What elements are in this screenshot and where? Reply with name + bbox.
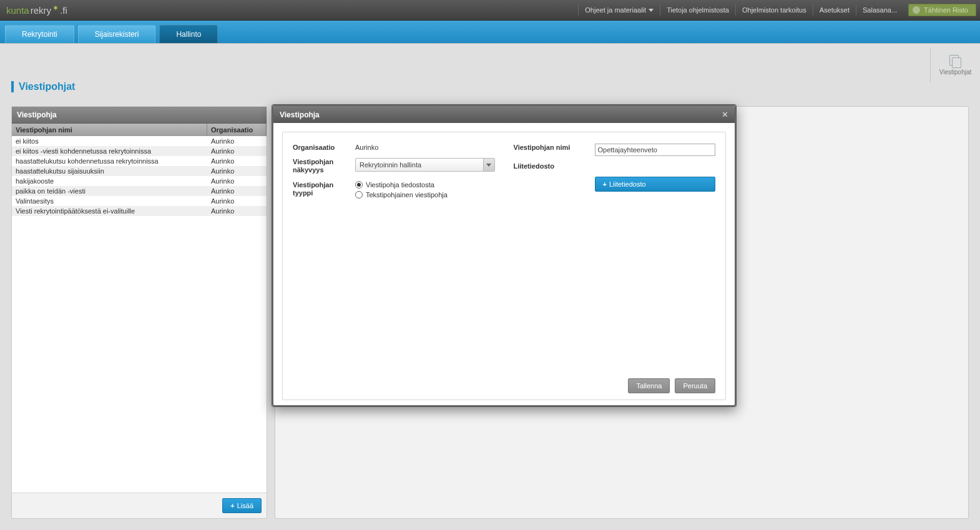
- radio-icon: [355, 181, 363, 189]
- radio-tiedostosta[interactable]: Viestipohja tiedostosta: [355, 181, 495, 189]
- modal-inner: Organisaatio Aurinko Viestipohjan näkyvy…: [282, 132, 726, 400]
- table-row[interactable]: haastattelukutsu sijaisuuksiinAurinko: [12, 166, 267, 176]
- top-links: Ohjeet ja materiaalit Tietoja ohjelmisto…: [578, 4, 903, 16]
- cell-name: haastattelukutsu kohdennetussa rekrytoin…: [12, 156, 207, 166]
- cell-org: Aurinko: [207, 146, 267, 156]
- tab-sijaisrekisteri[interactable]: Sijaisrekisteri: [78, 25, 156, 43]
- top-bar: kuntarekry✶.fi Ohjeet ja materiaalit Tie…: [0, 0, 980, 21]
- user-name: Tähtinen Risto: [924, 6, 968, 14]
- input-nimi[interactable]: [595, 144, 716, 156]
- cell-org: Aurinko: [207, 206, 267, 216]
- plus-icon: +: [230, 502, 234, 509]
- plus-icon: +: [603, 180, 607, 188]
- panel-footer: +Lisää: [12, 493, 267, 518]
- label-liitetiedosto: Liitetiedosto: [514, 162, 595, 170]
- cancel-button[interactable]: Peruuta: [675, 378, 715, 393]
- modal-body: Organisaatio Aurinko Viestipohjan näkyvy…: [273, 123, 735, 405]
- add-button-label: Lisää: [237, 502, 253, 509]
- grid-header: Viestipohjan nimi Organisaatio: [12, 124, 267, 136]
- cell-name: ei kiitos -viesti kohdennetussa rekrytoi…: [12, 146, 207, 156]
- cell-org: Aurinko: [207, 166, 267, 176]
- select-nakyvyys[interactable]: Rekrytoinnin hallinta: [355, 158, 495, 172]
- radio-icon: [355, 191, 363, 199]
- cell-org: Aurinko: [207, 136, 267, 146]
- logo-text-2: rekry: [31, 5, 51, 16]
- modal-header: Viestipohja ✕: [273, 106, 735, 123]
- templates-grid: Viestipohjan nimi Organisaatio ei kiitos…: [12, 124, 267, 493]
- tab-rekrytointi[interactable]: Rekrytointi: [5, 25, 74, 43]
- user-menu[interactable]: Tähtinen Risto: [908, 4, 976, 16]
- save-button[interactable]: Tallenna: [628, 378, 670, 393]
- table-row[interactable]: ei kiitos -viesti kohdennetussa rekrytoi…: [12, 146, 267, 156]
- attach-button-label: Liitetiedosto: [609, 180, 646, 188]
- chevron-down-icon: [649, 9, 654, 12]
- templates-icon: [949, 55, 962, 67]
- table-row[interactable]: hakijakoosteAurinko: [12, 176, 267, 186]
- cell-name: paikka on teidän -viesti: [12, 186, 207, 196]
- select-nakyvyys-value: Rekrytoinnin hallinta: [360, 161, 421, 169]
- form-col-right: Viestipohjan nimi Liitetiedosto: [514, 144, 716, 205]
- panel-viestipohja: Viestipohja Viestipohjan nimi Organisaat…: [11, 106, 267, 519]
- logo-text-3: .fi: [60, 5, 67, 16]
- tab-hallinto[interactable]: Hallinto: [159, 25, 218, 43]
- logo-text-1: kunta: [6, 5, 29, 16]
- radio-label-tekstipohjainen: Tekstipohjainen viestipohja: [366, 191, 448, 199]
- user-icon: [913, 6, 920, 14]
- modal-actions: Tallenna Peruuta: [293, 372, 715, 393]
- page-title-block: Viestipohjat: [11, 81, 75, 92]
- cell-name: ei kiitos: [12, 136, 207, 146]
- cell-org: Aurinko: [207, 196, 267, 206]
- label-nimi: Viestipohjan nimi: [514, 144, 595, 152]
- panel-title: Viestipohja: [12, 107, 267, 124]
- help-link-label: Ohjeet ja materiaalit: [585, 4, 646, 16]
- cell-org: Aurinko: [207, 156, 267, 166]
- label-organisaatio: Organisaatio: [293, 144, 355, 152]
- radio-label-tiedostosta: Viestipohja tiedostosta: [366, 181, 434, 189]
- page-title: Viestipohjat: [19, 81, 75, 92]
- cell-name: Viesti rekrytointipäätöksestä ei-valitui…: [12, 206, 207, 216]
- side-tool-label: Viestipohjat: [939, 69, 972, 76]
- close-icon[interactable]: ✕: [722, 110, 728, 119]
- col-header-name[interactable]: Viestipohjan nimi: [12, 124, 207, 136]
- table-row[interactable]: paikka on teidän -viestiAurinko: [12, 186, 267, 196]
- about-link[interactable]: Tietoja ohjelmistosta: [660, 4, 735, 16]
- radio-group-tyyppi: Viestipohja tiedostosta Tekstipohjainen …: [355, 181, 495, 199]
- table-row[interactable]: Viesti rekrytointipäätöksestä ei-valitui…: [12, 206, 267, 216]
- nav-bar: Rekrytointi Sijaisrekisteri Hallinto: [0, 21, 980, 43]
- radio-tekstipohjainen[interactable]: Tekstipohjainen viestipohja: [355, 191, 495, 199]
- label-tyyppi: Viestipohjan tyyppi: [293, 181, 355, 197]
- settings-link[interactable]: Asetukset: [813, 4, 856, 16]
- value-organisaatio: Aurinko: [355, 144, 495, 151]
- modal-viestipohja: Viestipohja ✕ Organisaatio Aurinko Vie: [272, 104, 737, 407]
- table-row[interactable]: ei kiitosAurinko: [12, 136, 267, 146]
- chevron-down-icon: [483, 159, 494, 171]
- logo-star-icon: ✶: [52, 4, 59, 12]
- password-link[interactable]: Salasana...: [856, 4, 903, 16]
- add-button[interactable]: +Lisää: [222, 498, 262, 513]
- cell-org: Aurinko: [207, 176, 267, 186]
- cell-name: hakijakooste: [12, 176, 207, 186]
- side-tool-viestipohjat[interactable]: Viestipohjat: [930, 47, 980, 82]
- cell-name: Valintaesitys: [12, 196, 207, 206]
- form-col-left: Organisaatio Aurinko Viestipohjan näkyvy…: [293, 144, 495, 205]
- purpose-link[interactable]: Ohjelmiston tarkoitus: [735, 4, 813, 16]
- cell-org: Aurinko: [207, 186, 267, 196]
- col-header-org[interactable]: Organisaatio: [207, 124, 267, 136]
- help-link[interactable]: Ohjeet ja materiaalit: [578, 4, 660, 16]
- table-row[interactable]: ValintaesitysAurinko: [12, 196, 267, 206]
- cell-name: haastattelukutsu sijaisuuksiin: [12, 166, 207, 176]
- attach-button[interactable]: +Liitetiedosto: [595, 177, 716, 192]
- grid-body: ei kiitosAurinkoei kiitos -viesti kohden…: [12, 136, 267, 216]
- logo: kuntarekry✶.fi: [6, 5, 67, 16]
- table-row[interactable]: haastattelukutsu kohdennetussa rekrytoin…: [12, 156, 267, 166]
- label-nakyvyys: Viestipohjan näkyvyys: [293, 158, 355, 174]
- modal-title: Viestipohja: [280, 110, 320, 119]
